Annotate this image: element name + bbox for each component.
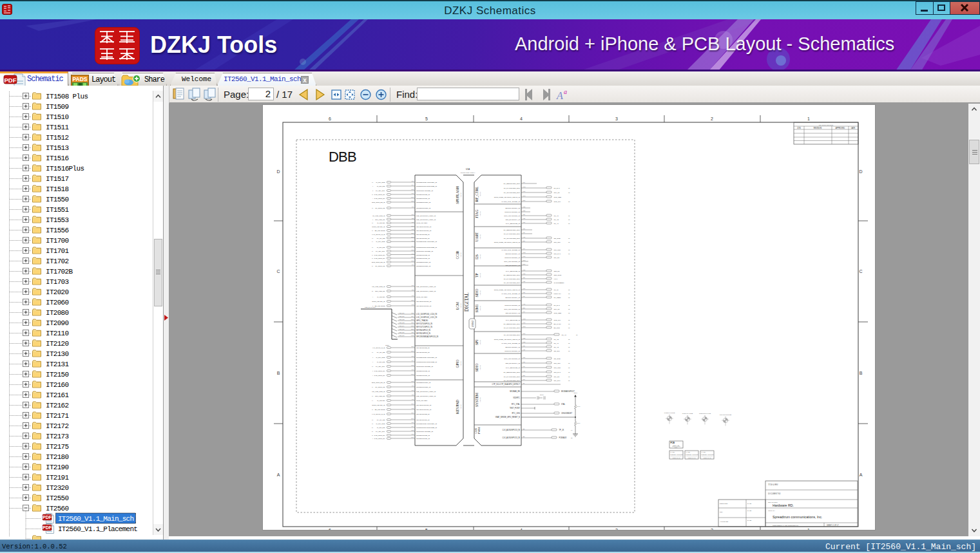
- svg-text:SIMCLK1/GPIO16_IN: SIMCLK1/GPIO16_IN: [504, 257, 520, 259]
- svg-text:[3]: [3]: [568, 367, 570, 368]
- svg-text:XTAL_EN/GPIO5_IN: XTAL_EN/GPIO5_IN: [505, 270, 520, 272]
- svg-text:REV: REV: [720, 511, 723, 513]
- svg-text:SIM_RST: SIM_RST: [554, 367, 561, 369]
- svg-text:KEYPAD: KEYPAD: [456, 400, 459, 414]
- svg-text:IT2161: IT2161: [46, 391, 69, 399]
- svg-text:IT2560-MAIN: IT2560-MAIN: [673, 457, 680, 458]
- svg-text:[3]: [3]: [568, 187, 570, 189]
- svg-text:GPS_SW: GPS_SW: [554, 319, 561, 321]
- svg-text:SIM_DAT: SIM_DAT: [554, 253, 561, 255]
- svg-text:ROW: ROW: [385, 344, 390, 346]
- svg-text:[3]: [3]: [568, 308, 570, 310]
- svg-text:RF_SEN/GPIO36_OUT: RF_SEN/GPIO36_OUT: [503, 371, 520, 373]
- svg-text:F12: F12: [412, 408, 414, 409]
- svg-text:T14: T14: [412, 360, 414, 361]
- svg-text:TP_X2: TP_X2: [554, 219, 559, 221]
- svg-text:PI_LCD_CSN_IN: PI_LCD_CSN_IN: [373, 286, 385, 288]
- svg-text:1: 1: [807, 528, 810, 530]
- svg-text:UART1_RXD_GPIO21_IN: UART1_RXD_GPIO21_IN: [502, 201, 521, 203]
- svg-text:T13: T13: [412, 355, 414, 357]
- svg-text:6: 6: [329, 117, 331, 121]
- svg-text:IT1511: IT1511: [46, 124, 69, 131]
- svg-text:SIM_RST: SIM_RST: [554, 249, 561, 251]
- svg-text:RF_CLK/GPIO38_OUT: RF_CLK/GPIO38_OUT: [504, 334, 521, 336]
- svg-text:(MODE): (MODE): [479, 211, 481, 216]
- svg-text:SD0_D0/GPIO44_IN: SD0_D0/GPIO44_IN: [506, 265, 521, 267]
- svg-text:F12: F12: [412, 229, 414, 230]
- svg-text:[3]: [3]: [568, 376, 570, 377]
- svg-text:N12: N12: [411, 328, 414, 330]
- svg-text:SD1CLK/GPIO14_IN: SD1CLK/GPIO14_IN: [505, 207, 520, 209]
- svg-text:TXD_CCIR_D0: TXD_CCIR_D0: [374, 194, 385, 196]
- svg-text:TXD_CCIR_D2_IN: TXD_CCIR_D2_IN: [372, 261, 385, 263]
- svg-text:M13: M13: [523, 186, 526, 187]
- svg-text:U1A: U1A: [466, 168, 470, 171]
- svg-text:IT2110: IT2110: [46, 330, 69, 337]
- svg-text:[3]: [3]: [568, 201, 570, 202]
- svg-text:RF_CLK/GPIO38_OUT: RF_CLK/GPIO38_OUT: [504, 282, 521, 284]
- svg-text:B2: B2: [523, 436, 525, 437]
- svg-text:IT1518: IT1518: [46, 185, 69, 193]
- svg-text:IT2320: IT2320: [46, 484, 69, 492]
- svg-text:CCIRD0/GPIO8_IN: CCIRD0/GPIO8_IN: [416, 254, 430, 256]
- svg-text:LCD_D0/GPIO40_LCD0_IN: LCD_D0/GPIO40_LCD0_IN: [416, 391, 436, 393]
- svg-text:BT_UART: BT_UART: [554, 323, 562, 325]
- svg-text:TP_X1: TP_X1: [554, 215, 559, 217]
- svg-text:K13: K13: [411, 285, 414, 286]
- svg-text:B: B: [277, 371, 280, 375]
- svg-text:TP_Y1: TP_Y1: [554, 223, 559, 225]
- svg-text:ASSEMBLY OUTSIDE: ASSEMBLY OUTSIDE: [700, 454, 714, 455]
- svg-text:RF_CLK/GPIO38_OUT: RF_CLK/GPIO38_OUT: [504, 192, 521, 194]
- svg-text:[3]: [3]: [568, 371, 570, 373]
- svg-text:LCD_D1/GPIO41_LCD1_IN: LCD_D1/GPIO41_LCD1_IN: [416, 290, 436, 292]
- svg-text:IT1700: IT1700: [46, 237, 69, 245]
- svg-text:PDF: PDF: [43, 515, 52, 520]
- svg-text:KEYOUT0/GPIO0_IN: KEYOUT0/GPIO0_IN: [416, 301, 432, 303]
- svg-text:RF_SEN/GPIO36_OUT: RF_SEN/GPIO36_OUT: [503, 323, 520, 325]
- svg-text:[3]: [3]: [372, 366, 374, 367]
- svg-text:[3]: [3]: [568, 253, 570, 254]
- svg-text:TP_CCIR_PD: TP_CCIR_PD: [375, 265, 385, 267]
- svg-text:KEYIN1/GPIO3_IN: KEYIN1/GPIO3_IN: [416, 351, 430, 353]
- svg-text:TXD_CCIR_D1: TXD_CCIR_D1: [374, 375, 385, 377]
- svg-text:T13: T13: [411, 312, 414, 314]
- svg-text:IT2175: IT2175: [46, 443, 69, 451]
- svg-text:CCIRMCLK/GPIO26_IN: CCIRMCLK/GPIO26_IN: [416, 431, 433, 433]
- svg-text:E11: E11: [412, 232, 414, 234]
- svg-text:3: 3: [615, 117, 618, 121]
- svg-text:KEYOUT1/GPIO1_IN: KEYOUT1/GPIO1_IN: [416, 305, 432, 307]
- svg-text:T13: T13: [523, 357, 526, 358]
- svg-text:P11: P11: [523, 292, 526, 293]
- svg-text:[3]: [3]: [568, 323, 570, 324]
- svg-text:IT1702B: IT1702B: [46, 268, 73, 276]
- svg-text:IT2080: IT2080: [46, 309, 69, 317]
- svg-text:PI_NFWP_N_IN: PI_NFWP_N_IN: [374, 413, 385, 415]
- svg-text:IT2173: IT2173: [46, 433, 69, 440]
- svg-text:IT2150: IT2150: [46, 371, 69, 379]
- svg-text:8: 8: [372, 219, 373, 220]
- svg-text:RF_SEN/GPIO36_OUT: RF_SEN/GPIO36_OUT: [503, 183, 520, 185]
- svg-text:[3]: [3]: [568, 312, 570, 314]
- svg-text:PI_LCD_CSN_IN: PI_LCD_CSN_IN: [373, 391, 385, 393]
- svg-text:RF_DAT/GPIO37_OUT: RF_DAT/GPIO37_OUT: [504, 278, 521, 280]
- svg-text:CTL_LCD_RS: CTL_LCD_RS: [375, 395, 385, 397]
- svg-text:IT1553: IT1553: [46, 216, 69, 224]
- svg-text:SC6530-DREAMTECH: SC6530-DREAMTECH: [461, 172, 476, 173]
- svg-text:IC/CHGP/TtoM/LED: IC/CHGP/TtoM/LED: [720, 414, 732, 415]
- svg-text:SPIDO/SIMCLK2/GPIO25_IN: SPIDO/SIMCLK2/GPIO25_IN: [416, 247, 437, 248]
- svg-text:TP_Y1: TP_Y1: [554, 342, 559, 344]
- svg-text:TV_SPI_CLK: TV_SPI_CLK: [376, 250, 385, 252]
- svg-text:CCIRD0/GPIO8_IN: CCIRD0/GPIO8_IN: [416, 194, 430, 196]
- svg-text:IT1703: IT1703: [46, 278, 69, 286]
- svg-text:0: 0: [372, 438, 373, 439]
- svg-text:E11: E11: [523, 375, 526, 376]
- svg-text:IT2130: IT2130: [46, 350, 69, 358]
- svg-text:G13: G13: [411, 299, 414, 301]
- svg-text:APPROVED: APPROVED: [720, 521, 729, 523]
- svg-text:PCM_KEYIN1_IN: PCM_KEYIN1_IN: [372, 404, 385, 406]
- svg-text:CCIRD2/GPIO10_IN: CCIRD2/GPIO10_IN: [416, 382, 431, 384]
- svg-text:B: B: [860, 371, 863, 375]
- svg-text:[3]: [3]: [568, 241, 570, 243]
- svg-text:K13: K13: [411, 389, 414, 391]
- svg-text:16: 16: [372, 250, 373, 252]
